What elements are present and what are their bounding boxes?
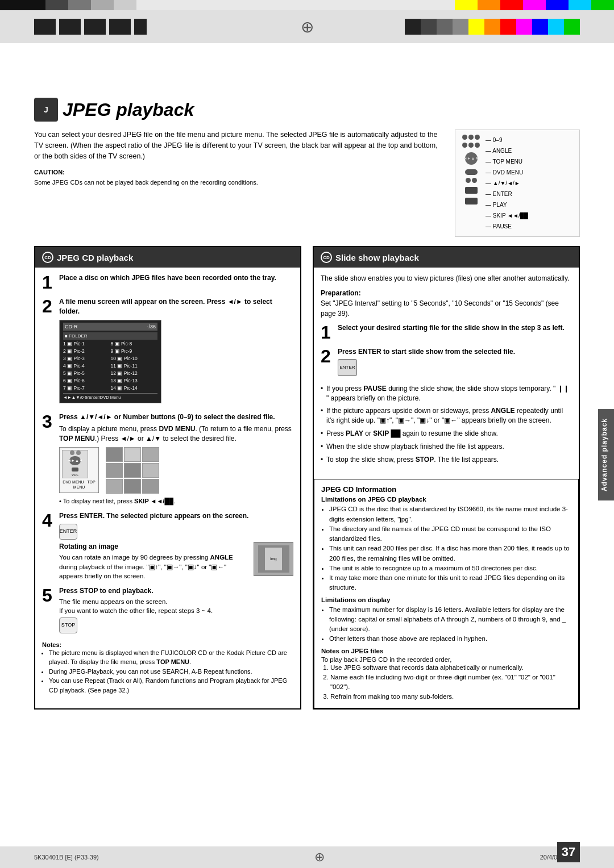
slide-step-2: 2 Press ENTER to start slide show from t… [321, 347, 572, 378]
enter-btn-image: ENTER [338, 359, 357, 376]
page-title-text: JPEG playback [63, 99, 194, 120]
right-header-icon: CD [321, 252, 332, 263]
remote-diagram: ◄►▲▼ — 0–9 — ANGLE — TOP MENU [455, 130, 580, 237]
rotating-text: You can rotate an image by 90 degrees by… [59, 553, 246, 580]
step-3-desc: To display a picture menu, press DVD MEN… [59, 424, 293, 444]
bullet-1: If you press PAUSE during the slide show… [321, 384, 572, 403]
notes-section: Notes: The picture menu is displayed whe… [42, 641, 293, 695]
step-5-title: Press STOP to end playback. [59, 587, 154, 595]
bullet-4: When the slide show playback finished th… [321, 442, 572, 452]
slide-step-1: 1 Select your desired starting file for … [321, 323, 572, 341]
limitations-playback-list: JPEG CD is the disc that is standardized… [329, 504, 571, 592]
note-item-3: You can use Repeat (Track or All), Rando… [49, 676, 293, 695]
step-3-bullet: • To display next list, press SKIP ◄◄/██… [59, 497, 293, 506]
cd-screen: CD-R-/36 ■ FOLDER 1 ▣ Pic-18 ▣ Pic-8 2 ▣… [59, 320, 161, 404]
step-5-desc1: The file menu appears on the screen. [59, 597, 293, 606]
step-3: 3 Press ▲/▼/◄/► or Number buttons (0–9) … [42, 412, 293, 506]
step-4-title: Press ENTER. The selected picture appear… [59, 512, 248, 520]
side-tab: Advanced playback [598, 409, 614, 500]
right-col-header: CD Slide show playback [314, 247, 579, 268]
prep-text: Set "JPEG Interval" setting to "5 Second… [321, 299, 559, 318]
notes-label: Notes: [42, 641, 61, 648]
right-col-title: Slide show playback [335, 253, 419, 262]
step-1-text: Place a disc on which JPEG files have be… [59, 274, 276, 282]
caution-text: Some JPEG CDs can not be played back dep… [34, 178, 443, 187]
lp-item-2: The directory and file names of the JPEG… [329, 524, 571, 544]
notes-jpeg-intro: To play back JPEG CD in the recorded ord… [321, 656, 571, 663]
thumbnail-grid [106, 447, 159, 494]
header-black-blocks [34, 19, 147, 35]
footer-left: 5K30401B [E] (P33-39) [34, 854, 99, 861]
note-item-1: The picture menu is displayed when the F… [49, 648, 293, 667]
bottom-strip: 5K30401B [E] (P33-39) ⊕ 20/4/04, 15:29 [0, 846, 614, 868]
ld-item-1: The maximum number for display is 16 let… [329, 605, 571, 635]
remote-labels: — 0–9 — ANGLE — TOP MENU — DVD MENU — ▲/… [486, 135, 528, 232]
step-5-desc2: If you want to watch the other file, rep… [59, 606, 293, 615]
page-number: 37 [557, 842, 580, 862]
slideshow-intro: The slide show enables you to view pictu… [321, 273, 572, 283]
lp-item-5: It may take more than one minute for thi… [329, 573, 571, 593]
step-4: 4 Press ENTER. The selected picture appe… [42, 511, 293, 581]
step-5: 5 Press STOP to end playback. The file m… [42, 586, 293, 636]
page-title: J JPEG playback [34, 98, 580, 122]
jpeg-info-title: JPEG CD Information [321, 485, 571, 494]
rotating-label: Rotating an image [59, 542, 118, 550]
slide-step-1-text: Select your desired starting file for th… [338, 324, 565, 332]
bullet-5: To stop the slide show, press STOP. The … [321, 455, 572, 465]
notes-jpeg-title: Notes on JPEG files [321, 648, 571, 654]
limitations-display-title: Limitations on display [321, 596, 571, 603]
slide-step-2-num: 2 [321, 347, 333, 365]
step-2-text: A file menu screen will appear on the sc… [59, 298, 272, 315]
ld-item-2: Other letters than those above are repla… [329, 634, 571, 644]
lp-item-4: The unit is able to recognize up to a ma… [329, 564, 571, 573]
step-3-title: Press ▲/▼/◄/► or Number buttons (0–9) to… [59, 413, 275, 421]
lp-item-1: JPEG CD is the disc that is standardized… [329, 504, 571, 524]
caution-label: CAUTION: [34, 169, 65, 176]
step-1: 1 Place a disc on which JPEG files have … [42, 273, 293, 291]
limitations-playback-title: Limitations on JPEG CD playback [321, 496, 571, 503]
nj-item-2: Name each file including two-digit or th… [330, 673, 571, 692]
left-col-title: JPEG CD playback [57, 253, 133, 262]
notes-jpeg-list: Use JPEG software that records data alph… [330, 663, 571, 702]
header-strip [0, 10, 614, 43]
left-col-header: CD JPEG CD playback [35, 247, 300, 268]
remote-buttons: ◄►▲▼ [462, 135, 480, 232]
step-5-num: 5 [42, 586, 55, 604]
enter-button-icon: ENTER [59, 524, 77, 540]
slide-step-1-num: 1 [321, 323, 333, 341]
prep-label: Preparation: [321, 289, 361, 297]
remote-mini-left: ◄►▲▼ VOL DVD MENU TOP MENU [59, 447, 99, 494]
intro-text: You can select your desired JPEG file on… [34, 130, 443, 161]
note-item-2: During JPEG-Playback, you can not use SE… [49, 667, 293, 677]
step-2: 2 A file menu screen will appear on the … [42, 297, 293, 407]
nj-item-3: Refrain from making too many sub-folders… [330, 692, 571, 702]
bullet-2: If the picture appears upside down or si… [321, 406, 572, 425]
preparation-section: Preparation: Set "JPEG Interval" setting… [321, 288, 572, 319]
limitations-display-list: The maximum number for display is 16 let… [329, 605, 571, 644]
left-column: CD JPEG CD playback 1 Place a disc on wh… [34, 246, 301, 710]
right-column: CD Slide show playback The slide show en… [313, 246, 580, 710]
jpeg-info-box: JPEG CD Information Limitations on JPEG … [314, 479, 579, 708]
rotating-image-placeholder: img [254, 542, 293, 576]
header-crosshair [297, 16, 317, 37]
step-4-num: 4 [42, 511, 55, 529]
title-icon: J [34, 98, 58, 122]
top-color-bar [0, 0, 614, 10]
bottom-crosshair: ⊕ [314, 850, 325, 865]
nj-item-1: Use JPEG software that records data alph… [330, 663, 571, 673]
step-2-num: 2 [42, 297, 55, 315]
slideshow-bullets: If you press PAUSE during the slide show… [321, 384, 572, 465]
step-1-num: 1 [42, 273, 55, 291]
slide-step-2-text: Press ENTER to start slide show from the… [338, 348, 515, 356]
bullet-3: Press PLAY or SKIP ██ again to resume th… [321, 429, 572, 439]
stop-button-icon: STOP [59, 617, 77, 633]
header-right-blocks [405, 19, 580, 35]
left-header-icon: CD [42, 252, 53, 263]
step-3-num: 3 [42, 412, 55, 431]
lp-item-3: This unit can read 200 files per disc. I… [329, 544, 571, 564]
